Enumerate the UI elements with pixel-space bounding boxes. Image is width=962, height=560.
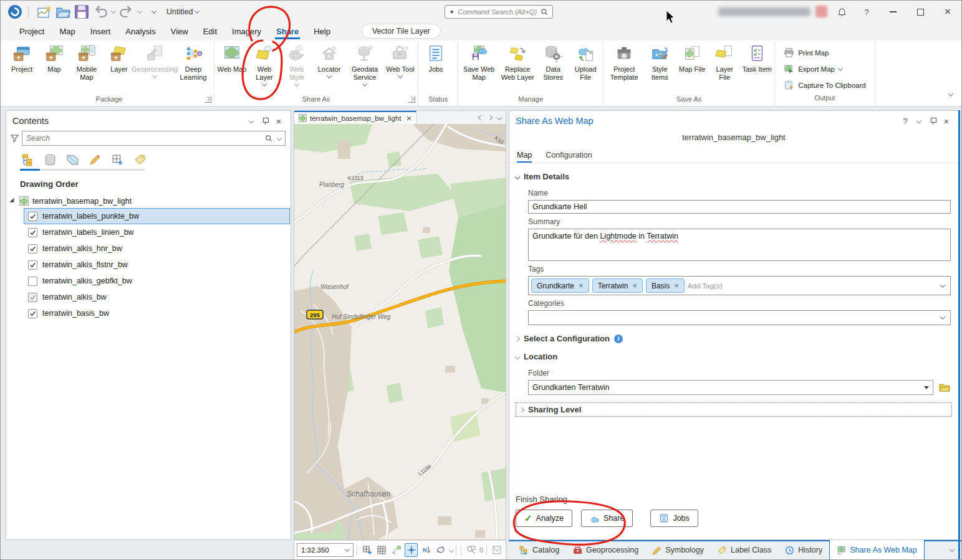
remove-tag-icon[interactable] — [674, 281, 679, 290]
customize-quick-access-icon[interactable] — [152, 8, 156, 13]
open-project-button[interactable] — [55, 4, 71, 19]
tab-edit[interactable]: Edit — [196, 24, 224, 40]
bottom-tab-geoprocessing[interactable]: Geoprocessing — [566, 540, 645, 560]
dialog-launcher-icon[interactable] — [204, 96, 211, 103]
map-scale-combobox[interactable]: 1:32.350 — [297, 543, 354, 557]
folder-combobox[interactable]: Grundkarten Terratwin — [528, 380, 933, 395]
share-button[interactable]: Share — [581, 510, 633, 527]
list-by-labeling-button[interactable] — [132, 152, 147, 167]
upload-file-button[interactable]: Upload File — [569, 42, 602, 95]
share-as-geodata-service-button[interactable]: Geodata Service — [345, 42, 384, 95]
undo-dropdown-caret-icon[interactable] — [111, 8, 116, 13]
package-geoprocessing-button[interactable]: Geoprocessing — [135, 42, 174, 95]
snap-to-center-button[interactable] — [405, 543, 418, 557]
style-items-button[interactable]: Style Items — [643, 42, 676, 95]
notifications-button[interactable] — [829, 1, 854, 23]
help-button[interactable]: ? — [854, 1, 879, 23]
jobs-button[interactable]: Jobs — [650, 510, 698, 527]
next-view-icon[interactable] — [488, 115, 493, 120]
map-document-tab[interactable]: terratwin_basemap_bw_light — [294, 111, 416, 125]
help-icon[interactable]: ? — [898, 115, 912, 127]
export-map-button[interactable]: Export Map — [780, 62, 869, 76]
spatial-filter-button[interactable] — [490, 543, 503, 557]
tag-chip-basis[interactable]: Basis — [646, 278, 685, 293]
pin-icon[interactable] — [926, 115, 940, 127]
save-project-button[interactable] — [74, 4, 90, 19]
summary-field[interactable]: Grundkarte für den Lightmode in Terratwi… — [528, 229, 951, 261]
package-mobile-map-button[interactable]: Mobile Map — [70, 42, 103, 95]
tab-analysis[interactable]: Analysis — [118, 24, 163, 40]
list-by-snapping-button[interactable] — [110, 152, 125, 167]
tag-chip-terratwin[interactable]: Terratwin — [592, 278, 643, 293]
layer-visibility-checkbox[interactable] — [28, 293, 37, 302]
expander-icon[interactable] — [9, 197, 16, 204]
location-section-header[interactable]: Location — [514, 347, 953, 365]
tab-project[interactable]: Project — [12, 24, 52, 40]
zoom-selection-button[interactable] — [464, 543, 478, 557]
pin-icon[interactable] — [258, 115, 272, 127]
tags-dropdown-caret-icon[interactable] — [940, 282, 945, 287]
share-as-web-layer-button[interactable]: Web Layer — [248, 42, 281, 95]
print-map-button[interactable]: Print Map — [780, 45, 869, 60]
categories-select[interactable] — [528, 310, 951, 325]
sharing-level-section-header[interactable]: Sharing Level — [516, 402, 952, 417]
contents-search-input[interactable] — [26, 134, 265, 143]
add-grid-button[interactable] — [360, 543, 373, 557]
minimize-button[interactable] — [879, 1, 907, 23]
map-root-node[interactable]: terratwin_basemap_bw_light — [6, 194, 291, 208]
redo-button[interactable] — [118, 4, 135, 19]
signed-in-user[interactable] — [718, 6, 827, 17]
replace-web-layer-button[interactable]: Replace Web Layer — [498, 42, 537, 95]
list-by-drawing-order-button[interactable] — [20, 152, 35, 167]
new-project-button[interactable] — [36, 4, 52, 19]
browse-folder-icon[interactable] — [938, 382, 951, 393]
share-as-web-map-button[interactable]: Web Map — [216, 42, 248, 95]
select-configuration-section-header[interactable]: Select a Configuration i — [514, 325, 953, 347]
close-panel-icon[interactable] — [272, 115, 286, 127]
dialog-launcher-icon[interactable] — [408, 96, 415, 103]
layer-visibility-checkbox[interactable] — [28, 277, 37, 286]
capture-to-clipboard-button[interactable]: Capture To Clipboard — [780, 78, 869, 92]
package-project-button[interactable]: Project — [6, 42, 38, 95]
share-as-web-tool-button[interactable]: Web Tool — [384, 42, 416, 95]
bottom-tab-symbology[interactable]: Symbology — [645, 540, 711, 560]
list-by-selection-button[interactable] — [65, 152, 80, 167]
grid-button[interactable] — [375, 543, 388, 557]
tab-vector-tile-layer[interactable]: Vector Tile Layer — [362, 24, 441, 39]
search-options-chevron-icon[interactable] — [277, 136, 282, 141]
measure-button[interactable] — [390, 543, 403, 557]
tab-help[interactable]: Help — [306, 24, 338, 40]
project-name-caret-icon[interactable] — [195, 8, 200, 13]
layer-visibility-checkbox[interactable] — [28, 212, 37, 221]
layer-row-terratwin_labels_punkte_bw[interactable]: terratwin_labels_punkte_bw — [24, 208, 290, 224]
bottom-tab-history[interactable]: History — [778, 540, 829, 560]
tab-insert[interactable]: Insert — [83, 24, 118, 40]
layer-row-terratwin_basis_bw[interactable]: terratwin_basis_bw — [24, 305, 290, 321]
package-map-button[interactable]: Map — [38, 42, 70, 95]
layer-visibility-checkbox[interactable] — [28, 228, 37, 237]
command-search[interactable]: ✦ — [445, 5, 553, 19]
close-button[interactable] — [934, 1, 961, 23]
map-file-button[interactable]: Map File — [676, 42, 708, 95]
bottom-tab-share-as-web-map[interactable]: Share As Web Map — [829, 540, 924, 560]
panel-menu-chevron-icon[interactable] — [912, 115, 926, 127]
tab-map[interactable]: Map — [52, 24, 82, 40]
select-options-chevron-icon[interactable] — [448, 548, 453, 553]
panel-menu-chevron-icon[interactable] — [244, 115, 258, 127]
lasso-select-button[interactable] — [435, 543, 448, 557]
layer-row-terratwin_alkis_gebfkt_bw[interactable]: terratwin_alkis_gebfkt_bw — [24, 273, 290, 289]
prev-view-icon[interactable] — [478, 115, 483, 120]
contents-search-box[interactable] — [22, 131, 286, 146]
project-template-button[interactable]: Project Template — [605, 42, 643, 95]
share-as-locator-button[interactable]: Locator — [313, 42, 345, 95]
list-by-editing-button[interactable] — [87, 152, 102, 167]
filter-funnel-icon[interactable] — [10, 134, 19, 143]
jobs-status-button[interactable]: Jobs — [420, 42, 452, 95]
maximize-button[interactable] — [907, 1, 934, 23]
name-field[interactable] — [528, 200, 951, 214]
tag-chip-grundkarte[interactable]: Grundkarte — [531, 278, 589, 293]
tab-imagery[interactable]: Imagery — [224, 24, 269, 40]
view-list-icon[interactable] — [497, 115, 502, 120]
remove-tag-icon[interactable] — [632, 281, 637, 290]
layer-row-terratwin_alkis_hnr_bw[interactable]: terratwin_alkis_hnr_bw — [24, 240, 290, 257]
